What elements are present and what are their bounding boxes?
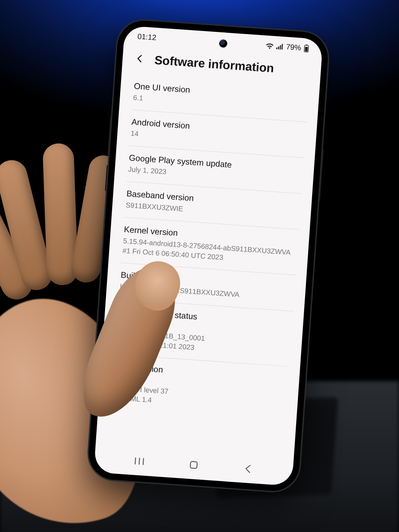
recent-apps-icon xyxy=(134,457,145,466)
svg-rect-10 xyxy=(190,461,197,468)
chevron-left-icon xyxy=(135,53,145,65)
back-icon xyxy=(243,464,252,474)
svg-line-7 xyxy=(135,458,136,464)
svg-line-8 xyxy=(139,458,140,464)
svg-line-9 xyxy=(143,458,144,464)
nav-home-button[interactable] xyxy=(176,455,212,475)
home-icon xyxy=(189,460,199,471)
battery-text: 79% xyxy=(286,43,301,52)
back-button[interactable] xyxy=(132,51,148,67)
svg-rect-1 xyxy=(278,47,279,50)
svg-rect-2 xyxy=(280,45,281,50)
wifi-icon xyxy=(266,43,274,49)
svg-rect-6 xyxy=(305,47,308,51)
status-time: 01:12 xyxy=(137,32,156,43)
signal-icon xyxy=(276,43,284,50)
nav-back-button[interactable] xyxy=(230,459,266,479)
settings-list[interactable]: One UI version 6.1 Android version 14 Go… xyxy=(95,73,320,461)
nav-recent-button[interactable] xyxy=(121,452,158,472)
screen: 01:12 xyxy=(94,26,323,486)
battery-icon xyxy=(304,44,309,53)
phone: 01:12 xyxy=(87,19,329,493)
page-title: Software information xyxy=(154,53,274,75)
svg-rect-0 xyxy=(276,47,278,49)
svg-rect-3 xyxy=(282,44,283,50)
item-knox-version[interactable]: Knox version Knox 3.10 Knox API level 37… xyxy=(110,355,289,422)
